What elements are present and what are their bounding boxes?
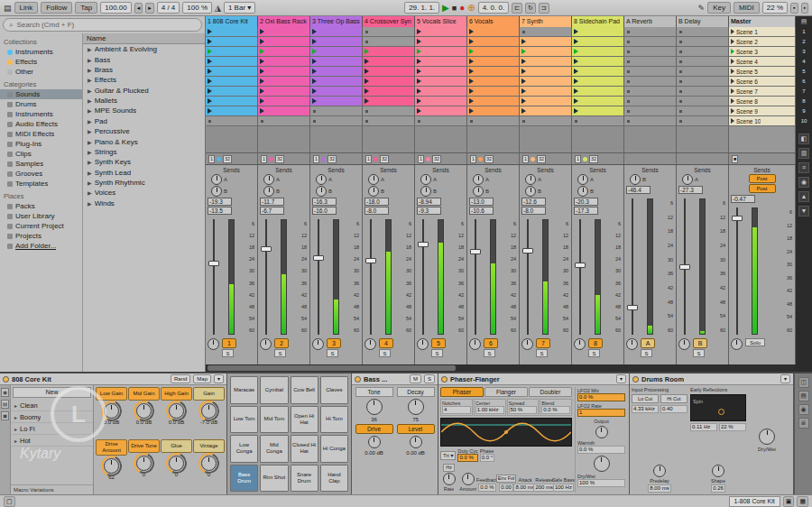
device-on-toggle[interactable] [355, 376, 361, 383]
clip[interactable] [258, 67, 310, 77]
record-button[interactable]: ● [459, 3, 465, 13]
tab-phaser[interactable]: Phaser [440, 387, 484, 397]
clip[interactable] [520, 87, 572, 97]
scene-number[interactable]: 2 [796, 37, 812, 47]
browser-list-item[interactable]: ▶Synth Rhythmic [83, 178, 205, 188]
decay-knob[interactable] [408, 399, 424, 415]
drum-pad-maracas[interactable]: Maracas [230, 376, 258, 404]
track-header-7-synth[interactable]: 7 Synth [520, 16, 572, 27]
pan-knob[interactable] [208, 338, 219, 350]
pre-post-toggle-a[interactable]: Post [749, 174, 776, 183]
clip[interactable] [258, 87, 310, 97]
return-slot[interactable] [624, 106, 677, 116]
clip-slot[interactable] [310, 116, 363, 126]
env-follow-value[interactable]: 0.00 [499, 484, 513, 492]
sidebar-item-user-library[interactable]: User Library [0, 211, 82, 221]
lo-cut-toggle[interactable]: Lo Cut [632, 394, 659, 403]
sidebar-item-midi-effects[interactable]: MIDI Effects [0, 129, 82, 139]
sidebar-item-projects[interactable]: Projects [0, 231, 82, 241]
show-browser-icon[interactable]: ▢ [4, 496, 15, 507]
solo-button[interactable]: S [588, 349, 600, 357]
punch-in-icon[interactable]: ⊏ [512, 3, 522, 14]
scene-slot[interactable]: Scene 1 [729, 27, 796, 37]
fold-icon[interactable]: ▾ [616, 374, 626, 383]
warmth-knob[interactable] [595, 426, 608, 438]
tap-tempo-button[interactable]: Tap [75, 2, 97, 14]
clip[interactable] [467, 47, 520, 57]
list-header[interactable]: Name [83, 33, 205, 44]
clip[interactable] [572, 37, 624, 47]
return-slot[interactable] [677, 77, 729, 87]
solo-button[interactable]: S [222, 349, 234, 357]
browser-list-item[interactable]: ▶Strings [83, 147, 205, 157]
panel-toggle-icon[interactable]: ◧ [798, 134, 809, 144]
new-chain-button[interactable]: New [13, 387, 91, 398]
volume-fader[interactable] [732, 216, 743, 221]
metronome-icon[interactable]: ◮ [215, 4, 221, 13]
chain-clean[interactable]: ▸Clean [11, 400, 93, 411]
device-view-icon[interactable]: ◉ [798, 404, 809, 415]
solo-button[interactable]: S [693, 349, 705, 357]
clip[interactable] [520, 37, 572, 47]
clip[interactable] [467, 37, 520, 47]
clip[interactable] [415, 106, 467, 116]
clip[interactable] [467, 67, 520, 77]
phase-value[interactable]: 0.0 ° [480, 454, 494, 462]
drum-pad-rim-shot[interactable]: Rim Shot [260, 465, 288, 493]
browser-list-item[interactable]: ▶Ambient & Evolving [83, 44, 205, 54]
preferences-icon[interactable]: ▤ [4, 4, 12, 13]
send-a-knob[interactable] [420, 174, 431, 185]
sidebar-item-other[interactable]: Other [0, 67, 82, 77]
volume-fader[interactable] [575, 263, 586, 268]
tone-knob[interactable] [366, 399, 383, 415]
env-follow-toggle[interactable]: Env Fol [496, 475, 517, 483]
panel-toggle-icon[interactable]: ≡ [798, 162, 809, 173]
clip[interactable] [310, 87, 363, 97]
clip[interactable] [310, 67, 363, 77]
scene-number[interactable]: 7 [796, 87, 812, 97]
clip[interactable] [258, 106, 310, 116]
pan-knob[interactable] [469, 338, 481, 350]
macro-knob[interactable] [201, 403, 217, 419]
sidebar-item-templates[interactable]: Templates [0, 179, 82, 189]
drum-pad-bass-drum[interactable]: Bass Drum [230, 465, 258, 493]
solo-button[interactable]: S [424, 374, 435, 383]
spin-display[interactable]: Spin [690, 394, 746, 421]
track-activator[interactable]: 1 [222, 338, 236, 348]
solo-button[interactable]: S [484, 349, 495, 357]
panel-toggle-icon[interactable]: ◉ [798, 177, 809, 188]
drum-pad-closed-hi-hat[interactable]: Closed Hi Hat [291, 435, 318, 463]
scene-number[interactable]: 6 [796, 77, 812, 87]
pan-knob[interactable] [574, 338, 586, 350]
sidebar-item-instruments[interactable]: Instruments [0, 47, 82, 57]
chain-view-icon[interactable]: ▤ [1, 400, 9, 409]
solo-button[interactable]: S [379, 349, 391, 357]
macro-knob[interactable] [104, 403, 119, 419]
clip[interactable] [415, 37, 467, 47]
pan-knob[interactable] [521, 338, 533, 350]
macro-knob[interactable] [169, 456, 184, 471]
clip[interactable] [206, 97, 258, 106]
spin-amount-value[interactable]: 22 % [719, 423, 746, 431]
track-header-6-vocals[interactable]: 6 Vocals [467, 16, 520, 27]
sidebar-item-grooves[interactable]: Grooves [0, 169, 82, 179]
release-value[interactable]: 200 ms [533, 484, 555, 492]
scene-slot[interactable]: Scene 9 [729, 106, 796, 116]
drive-knob[interactable] [368, 436, 381, 448]
search-input[interactable]: ⌕ Search (Cmd + F) [3, 18, 202, 32]
clip[interactable] [206, 77, 258, 87]
clip-slot[interactable] [363, 116, 415, 126]
clip[interactable] [363, 47, 415, 57]
browser-list-item[interactable]: ▶MPE Sounds [83, 106, 205, 115]
safe-bass-value[interactable]: 100 Hz [553, 484, 574, 492]
quantization-menu[interactable]: 1 Bar ▾ [224, 2, 255, 14]
clip[interactable] [520, 67, 572, 77]
browser-list-item[interactable]: ▶Piano & Keys [83, 136, 205, 146]
clip[interactable] [415, 77, 467, 87]
sidebar-item-audio-effects[interactable]: Audio Effects [0, 119, 82, 129]
clip[interactable] [467, 77, 520, 87]
clip[interactable] [258, 27, 310, 37]
return-slot[interactable] [677, 47, 729, 57]
return-slot[interactable] [624, 47, 677, 57]
device-on-toggle[interactable] [441, 376, 448, 383]
